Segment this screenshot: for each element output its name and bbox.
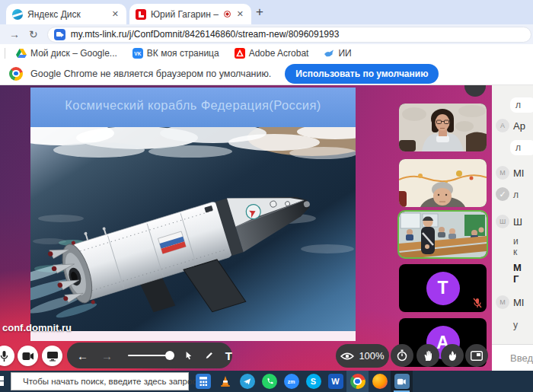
taskbar-telegram[interactable]: [236, 371, 258, 392]
chat-message: к: [513, 247, 517, 257]
picture-in-picture-icon: [471, 351, 483, 361]
camera-app-icon: [394, 374, 410, 389]
whatsapp-icon: [262, 374, 277, 389]
tab-mts-link[interactable]: Юрий Гагарин – первый к ✕: [129, 4, 251, 24]
taskbar-search[interactable]: Чтобы начать поиск, введите здесь запрос: [11, 372, 189, 390]
chat-message-input[interactable]: Введите: [492, 344, 533, 371]
recording-indicator-icon: [224, 11, 231, 18]
slide-footer-strip: [30, 331, 356, 341]
bookmark-adobe-acrobat[interactable]: Adobe Acrobat: [230, 48, 314, 59]
bird-icon: [324, 48, 334, 59]
bookmarks-bar: Мой диск – Google... VK ВК моя страница …: [0, 44, 533, 62]
slide-title: Космический корабль Федерация(Россия): [30, 98, 356, 113]
reload-button[interactable]: ↻: [29, 28, 38, 40]
taskbar-vlc[interactable]: [214, 371, 236, 392]
chat-message: л: [513, 190, 519, 200]
reactions-button[interactable]: [441, 344, 464, 367]
taskbar-whatsapp[interactable]: [258, 371, 280, 392]
chat-message: Г: [513, 273, 519, 285]
taskbar-camera-app-active[interactable]: [391, 371, 413, 392]
firefox-icon: [372, 374, 388, 389]
camera-icon: [22, 352, 34, 361]
default-browser-notification: Google Chrome не является браузером по у…: [0, 62, 533, 85]
participant-tile-t[interactable]: T: [399, 264, 487, 312]
microphone-muted-icon: [473, 298, 482, 308]
zoom-slider-knob[interactable]: [165, 351, 174, 360]
bookmark-ii[interactable]: ИИ: [319, 48, 356, 59]
chat-message: у: [513, 320, 518, 330]
taskbar-zoom[interactable]: zm: [280, 371, 302, 392]
taskbar-calculator[interactable]: [192, 371, 214, 392]
address-bar[interactable]: my.mts-link.ru/j/ConfDomnit/8426146860/s…: [47, 27, 531, 43]
chat-message: М: [513, 262, 522, 273]
collapse-videos-button[interactable]: [464, 85, 486, 97]
chrome-icon: [350, 374, 365, 389]
fire-icon: [448, 350, 457, 362]
use-default-button[interactable]: Использовать по умолчанию: [285, 64, 439, 84]
screen: Яндекс Диск ✕ Юрий Гагарин – первый к ✕ …: [0, 0, 533, 392]
browser-tab-strip: Яндекс Диск ✕ Юрий Гагарин – первый к ✕ …: [0, 0, 533, 24]
spacecraft-illustration: [30, 127, 356, 331]
notification-text: Google Chrome не является браузером по у…: [30, 69, 271, 79]
bookmark-label: Мой диск – Google...: [30, 48, 117, 59]
eye-icon: [340, 352, 354, 361]
next-slide-button[interactable]: →: [101, 349, 113, 362]
chat-message: л: [510, 97, 533, 113]
picture-in-picture-button[interactable]: [465, 344, 488, 367]
cursor-tool-icon[interactable]: [185, 350, 193, 361]
bookmark-google-drive[interactable]: Мой диск – Google...: [11, 48, 122, 59]
participant-video-3-active[interactable]: [399, 212, 487, 257]
skype-icon: S: [306, 374, 321, 389]
chat-avatar: Ш: [496, 215, 509, 228]
google-drive-icon: [16, 48, 27, 59]
participant-video-woman: [399, 104, 487, 151]
camera-button[interactable]: [18, 346, 38, 366]
conference-watermark: conf.domnit.ru: [2, 322, 72, 333]
participant-video-1[interactable]: [399, 104, 487, 151]
participant-video-classroom: [399, 212, 487, 257]
taskbar-firefox[interactable]: [369, 371, 391, 392]
webinar-stage: Космический корабль Федерация(Россия) co…: [0, 85, 533, 371]
chat-username: МІ: [513, 297, 524, 308]
url-text: my.mts-link.ru/j/ConfDomnit/8426146860/s…: [71, 29, 340, 40]
chat-panel: л А Ар л М МІ ✓ л Ш Ш и к М Г М МІ у Вве…: [492, 85, 533, 371]
pencil-tool-icon[interactable]: [205, 350, 214, 361]
text-tool-button[interactable]: T: [225, 349, 232, 362]
participant-avatar: T: [426, 272, 460, 305]
screen-share-icon: [46, 351, 59, 362]
close-tab-icon[interactable]: ✕: [110, 9, 120, 19]
raise-hand-button[interactable]: [417, 344, 439, 367]
bookmark-label: ИИ: [338, 48, 351, 59]
screen-share-button[interactable]: [42, 346, 62, 366]
taskbar-chrome-active[interactable]: [346, 371, 369, 392]
view-zoom-control[interactable]: 100%: [336, 344, 389, 368]
taskbar-skype[interactable]: S: [302, 371, 324, 392]
tab-label: Яндекс Диск: [27, 9, 106, 20]
microphone-button[interactable]: [0, 346, 14, 366]
close-tab-icon[interactable]: ✕: [235, 9, 245, 19]
tab-yandex-disk[interactable]: Яндекс Диск ✕: [6, 4, 126, 24]
new-tab-button[interactable]: +: [256, 5, 263, 20]
zoom-slider[interactable]: [128, 355, 171, 356]
stopwatch-icon: [397, 349, 407, 362]
bookmark-label: Adobe Acrobat: [249, 48, 309, 59]
search-placeholder: Чтобы начать поиск, введите здесь запрос: [23, 377, 196, 386]
taskbar-word[interactable]: W: [324, 371, 346, 392]
participant-video-2[interactable]: [399, 159, 487, 207]
zoom-app-icon: zm: [284, 374, 299, 389]
vk-icon: VK: [132, 48, 143, 59]
bookmark-vk[interactable]: VK ВК моя страница: [128, 48, 224, 59]
check-icon: ✓: [496, 187, 509, 201]
chat-input-placeholder: Введите: [510, 352, 533, 364]
tab-label: Юрий Гагарин – первый к: [151, 9, 219, 20]
calculator-icon: [196, 374, 211, 389]
start-button[interactable]: [0, 375, 6, 387]
bookmark-label: ВК моя страница: [147, 48, 219, 59]
chat-avatar: М: [496, 166, 509, 180]
timer-button[interactable]: [391, 344, 413, 367]
prev-slide-button[interactable]: ←: [77, 349, 88, 362]
telegram-icon: [240, 374, 255, 389]
windows-taskbar: Чтобы начать поиск, введите здесь запрос: [0, 371, 533, 392]
presentation-slide[interactable]: Космический корабль Федерация(Россия): [30, 88, 356, 341]
forward-button[interactable]: →: [9, 28, 20, 40]
